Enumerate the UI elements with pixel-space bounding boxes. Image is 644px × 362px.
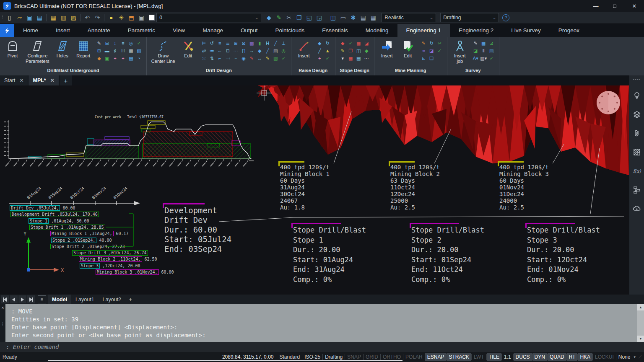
small-tool-icon[interactable]: Ⅱ (480, 47, 488, 54)
drawing-canvas[interactable]: 01Aug2401Sep2401Oct2401Nov2401Dec24YX Co… (0, 85, 629, 295)
small-tool-icon[interactable]: ✓ (347, 39, 355, 47)
small-tool-icon[interactable]: ✓ (436, 47, 444, 54)
redo-icon[interactable]: ↷ (92, 13, 102, 22)
small-tool-icon[interactable] (436, 54, 444, 62)
small-tool-icon[interactable]: ❏ (428, 54, 436, 62)
ribbon-tab-engineering-2[interactable]: Engineering 2 (450, 24, 502, 37)
image-icon[interactable]: ▦ (368, 13, 378, 22)
sheet-list-icon[interactable]: ≡ (38, 295, 46, 303)
small-tool-icon[interactable]: ◎ (127, 39, 135, 47)
save-as-icon[interactable]: ▤ (34, 13, 44, 22)
small-tool-icon[interactable]: ⊡ (224, 47, 232, 54)
layer-freeze-icon[interactable]: ☀ (116, 13, 126, 22)
small-tool-icon[interactable]: ✎ (472, 39, 480, 47)
panels-icon[interactable]: ◫ (328, 13, 338, 22)
small-tool-icon[interactable]: ⊞ (232, 39, 240, 47)
ribbon-tab-essentials[interactable]: Essentials (313, 24, 357, 37)
insert-button[interactable]: Insert (378, 39, 396, 59)
ribbon-tab-progeox[interactable]: Progeox (550, 24, 588, 37)
close-button[interactable]: ✕ (625, 0, 644, 12)
eraser-icon[interactable]: ▭ (338, 13, 348, 22)
structure-icon[interactable] (631, 184, 643, 196)
small-tool-icon[interactable]: A▾ (472, 54, 480, 62)
ribbon-tab-pointclouds[interactable]: Pointclouds (266, 24, 313, 37)
small-tool-icon[interactable]: ✓ (488, 54, 496, 62)
small-tool-icon[interactable]: ✎ (95, 39, 103, 47)
attachments-icon[interactable] (631, 127, 643, 139)
small-tool-icon[interactable]: ▩ (248, 39, 256, 47)
minimize-button[interactable]: — (586, 0, 605, 12)
small-tool-icon[interactable]: ╱ (272, 39, 280, 47)
small-tool-icon[interactable]: ◆ (339, 39, 347, 47)
ribbon-tab-parametric[interactable]: Parametric (119, 24, 164, 37)
edit-button[interactable]: Edit (399, 39, 417, 59)
status-toggle-hka[interactable]: HKA (578, 353, 592, 361)
configure-parameters-button[interactable]: Configure Parameters (24, 39, 51, 65)
small-tool-icon[interactable]: ▣ (103, 54, 111, 62)
small-tool-icon[interactable]: ◪ (363, 39, 371, 47)
small-tool-icon[interactable]: ⊞ (95, 47, 103, 54)
new-layout-button[interactable]: + (125, 296, 135, 303)
status-toggle-iso25[interactable]: ISO-25 (302, 353, 322, 361)
view-compass[interactable] (597, 91, 620, 114)
settings-gear-icon[interactable]: ✱ (348, 13, 358, 22)
layer-select[interactable]: 0⌄ (156, 13, 261, 22)
status-toggle-tile[interactable]: TILE (487, 353, 501, 361)
small-tool-icon[interactable]: ◆ (256, 47, 264, 54)
small-tool-icon[interactable]: ⊨ (200, 39, 208, 47)
scroll-down-icon[interactable]: ▼ (637, 336, 644, 342)
status-toggle-esnap[interactable]: ESNAP (425, 353, 447, 361)
status-toggle-dyn[interactable]: DYN (532, 353, 547, 361)
render-mode-select[interactable]: Realistic⌄ (382, 13, 436, 22)
small-tool-icon[interactable]: ≕ (224, 54, 232, 62)
publish-icon[interactable]: ▨ (68, 13, 78, 22)
ribbon-tab-modeling[interactable]: Modeling (357, 24, 397, 37)
status-toggle-grid[interactable]: GRID (364, 353, 380, 361)
small-tool-icon[interactable]: ▧ (272, 54, 280, 62)
ribbon-tab-home[interactable]: Home (14, 24, 47, 37)
undo-icon[interactable]: ↶ (82, 13, 92, 22)
small-tool-icon[interactable]: ▲ (324, 47, 332, 54)
small-tool-icon[interactable]: H (119, 47, 127, 54)
small-tool-icon[interactable]: ↔ (256, 54, 264, 62)
last-sheet-button[interactable] (27, 295, 35, 303)
hatch-icon[interactable] (631, 146, 643, 158)
small-tool-icon[interactable]: ▾ (339, 54, 347, 62)
small-tool-icon[interactable]: ◪ (428, 47, 436, 54)
small-tool-icon[interactable]: ⌐ (216, 54, 224, 62)
command-input[interactable]: : Enter command (0, 342, 644, 352)
status-toggle-lwt[interactable]: LWT (472, 353, 486, 361)
small-tool-icon[interactable]: ⊠ (240, 39, 248, 47)
small-tool-icon[interactable]: ⇄ (200, 47, 208, 54)
document-tab-mpl[interactable]: MPL*✕ (29, 75, 58, 85)
plot-icon[interactable]: ▦ (48, 13, 58, 22)
ribbon-tab-annotate[interactable]: Annotate (79, 24, 119, 37)
restore-button[interactable] (605, 0, 625, 12)
layer-on-icon[interactable]: ● (106, 13, 116, 22)
document-tab-start[interactable]: Start✕ (0, 75, 28, 85)
small-tool-icon[interactable]: ✓ (280, 54, 288, 62)
small-tool-icon[interactable]: ▦ (127, 47, 135, 54)
close-command-panel-icon[interactable]: × (1, 305, 4, 310)
small-tool-icon[interactable]: ▥▾ (480, 54, 488, 62)
layout-tab-layout2[interactable]: Layout2 (99, 295, 125, 304)
pivot-button[interactable]: Pivot (3, 39, 22, 59)
paste-icon[interactable]: ◱ (304, 13, 314, 22)
holes-button[interactable]: Holes (53, 39, 72, 59)
layout-tab-model[interactable]: Model (48, 295, 71, 304)
fields-icon[interactable]: f(x) (631, 165, 643, 177)
small-tool-icon[interactable]: ▮ (256, 39, 264, 47)
small-tool-icon[interactable]: ◉ (240, 54, 248, 62)
small-tool-icon[interactable]: ≈ (420, 47, 428, 54)
new-document-tab-button[interactable]: + (60, 75, 72, 85)
small-tool-icon[interactable]: ⋯ (363, 54, 371, 62)
small-tool-icon[interactable]: ✎ (264, 54, 272, 62)
application-button[interactable] (0, 24, 14, 37)
cloud-icon[interactable] (631, 203, 643, 215)
scroll-up-icon[interactable]: ▲ (637, 304, 644, 310)
layer-lock-icon[interactable]: ⬒ (126, 13, 136, 22)
edit-button[interactable]: Edit (179, 39, 197, 59)
insert-job-button[interactable]: Insert job (451, 39, 469, 65)
status-toggle-strack[interactable]: STRACK (447, 353, 471, 361)
status-toggle-ducs[interactable]: DUCS (514, 353, 532, 361)
